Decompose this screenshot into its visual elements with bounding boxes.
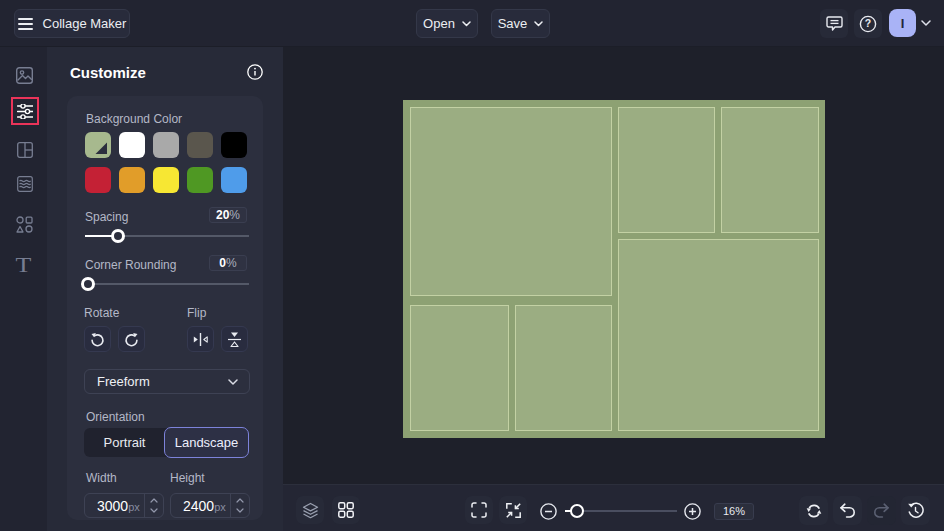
svg-text:?: ?	[865, 17, 871, 29]
